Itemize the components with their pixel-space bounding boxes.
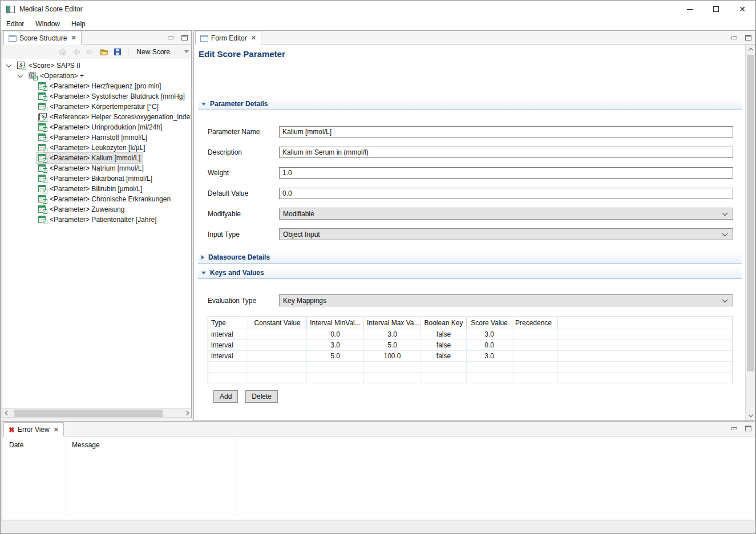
tree-item-parameter[interactable]: ✓ <Parameter> Bikarbonat [mmol/L]: [2, 173, 191, 184]
tree-item-operation[interactable]: +✓ <Operation> +: [2, 71, 191, 81]
scroll-right-icon[interactable]: [181, 408, 191, 418]
table-row-empty[interactable]: [208, 362, 733, 373]
input-type-select[interactable]: Object Input: [279, 228, 733, 240]
parameter-details-fields: Parameter Name Description Weight Defaul…: [194, 110, 745, 240]
tree-item-parameter[interactable]: ✓ <Parameter> Zuweisung: [2, 204, 191, 215]
panel-maximize-icon[interactable]: [181, 35, 188, 41]
weight-input[interactable]: [279, 167, 733, 179]
panel-maximize-icon[interactable]: [745, 35, 751, 41]
menu-editor[interactable]: Editor: [1, 18, 30, 30]
parameter-icon: ✓: [38, 195, 47, 203]
save-icon[interactable]: [112, 47, 122, 56]
tree-item-parameter[interactable]: ✓ <Parameter> Natrium [mmol/L]: [2, 163, 191, 173]
score-tree: S✓ <Score> SAPS II +✓ <Operation> + ✓ <P…: [2, 59, 191, 396]
tree-item-parameter[interactable]: ✓ <Parameter> Bilirubin [µmol/L]: [2, 184, 191, 194]
table-row[interactable]: interval 0.0 3.0 false 3.0: [208, 329, 733, 340]
collapse-triangle-icon: [201, 103, 206, 106]
error-view-tabbar: ✖ Error View ✕: [2, 422, 755, 436]
modifyable-select[interactable]: Modifiable: [279, 208, 733, 220]
section-datasource-details[interactable]: Datasource Details: [198, 252, 742, 264]
table-row[interactable]: interval 3.0 5.0 false 0.0: [208, 340, 733, 351]
panel-minimize-icon[interactable]: [168, 37, 173, 39]
panel-minimize-icon[interactable]: [731, 427, 737, 430]
parameter-icon: ✓: [38, 185, 47, 193]
error-col-message: Message: [72, 441, 100, 449]
menu-help[interactable]: Help: [66, 18, 91, 30]
table-row[interactable]: interval 5.0 100.0 false 3.0: [208, 351, 733, 362]
chevron-down-icon: [722, 297, 728, 303]
add-button[interactable]: Add: [213, 390, 238, 403]
col-score-value: Score Value: [467, 317, 512, 329]
home-icon[interactable]: [58, 47, 67, 56]
tree-item-parameter[interactable]: ✓ <Parameter> Chronische Erkrankungen: [2, 194, 191, 204]
menu-window[interactable]: Window: [30, 18, 66, 30]
section-parameter-details[interactable]: Parameter Details: [198, 98, 742, 110]
tree-item-parameter[interactable]: ✓ <Parameter> Urinproduktion [ml/24h]: [2, 122, 191, 132]
minimize-button[interactable]: [677, 1, 703, 18]
forward-icon[interactable]: [85, 47, 95, 56]
close-tab-icon[interactable]: ✕: [54, 426, 59, 434]
panel-maximize-icon[interactable]: [745, 426, 751, 431]
horizontal-scrollbar[interactable]: [2, 408, 191, 418]
col-interval-max: Interval Max Va...: [364, 317, 421, 329]
toolbar-dropdown-icon[interactable]: [184, 50, 189, 53]
scroll-left-icon[interactable]: [2, 408, 12, 418]
delete-button[interactable]: Delete: [245, 390, 278, 403]
score-structure-tabbar: Score Structure ✕: [2, 31, 191, 44]
tree-item-parameter[interactable]: ✓ <Parameter> Patientenalter [Jahre]: [2, 215, 191, 225]
open-folder-icon[interactable]: [99, 47, 108, 56]
default-value-input[interactable]: [279, 188, 733, 199]
tree-item-parameter[interactable]: ✓ <Parameter> Herzfrequenz [pro min]: [2, 81, 191, 91]
maximize-button[interactable]: [703, 1, 729, 18]
back-icon[interactable]: [71, 47, 81, 56]
parameter-icon: ✓: [38, 82, 47, 90]
default-value-label: Default Value: [208, 189, 279, 197]
scroll-up-icon[interactable]: [746, 44, 755, 54]
evaluation-type-select[interactable]: Key Mappings: [279, 294, 733, 306]
tree-item-parameter[interactable]: ✓ <Parameter> Harnstoff [mmol/L]: [2, 132, 191, 143]
view-icon: [9, 35, 17, 42]
tree-item-reference[interactable]: S✓ <Reference> Helper Scores\oxygenation…: [2, 112, 191, 122]
score-icon: S✓: [17, 62, 26, 70]
close-tab-icon[interactable]: ✕: [71, 34, 76, 42]
tree-item-parameter-selected[interactable]: ✓ <Parameter> Kalium [mmol/L]: [2, 153, 191, 163]
form-editor-tabbar: Form Editor ✕: [194, 31, 755, 44]
parameter-icon: ✓: [38, 123, 47, 131]
parameter-name-label: Parameter Name: [208, 128, 279, 136]
expanded-chevron-icon[interactable]: [18, 72, 23, 78]
description-input[interactable]: [279, 147, 733, 158]
scrollbar-thumb[interactable]: [747, 55, 754, 371]
tree-item-parameter[interactable]: ✓ <Parameter> Körpertemperatur [°C]: [2, 102, 191, 112]
close-button[interactable]: ✕: [729, 1, 755, 18]
scroll-down-icon[interactable]: [746, 411, 755, 420]
table-header-row: Type Constant Value Interval MinVal... I…: [208, 317, 733, 329]
tree-item-parameter[interactable]: ✓ <Parameter> Leukozyten [k/µL]: [2, 143, 191, 153]
maximize-icon: [713, 6, 719, 12]
menu-bar: Editor Window Help: [1, 18, 755, 30]
section-keys-and-values[interactable]: Keys and Values: [198, 267, 742, 279]
error-col-date: Date: [9, 441, 23, 449]
tab-form-editor[interactable]: Form Editor ✕: [195, 31, 261, 44]
parameter-name-input[interactable]: [279, 126, 733, 137]
parameter-icon: ✓: [38, 175, 47, 183]
reference-icon: S✓: [38, 113, 47, 121]
panel-minimize-icon[interactable]: [731, 37, 737, 39]
error-view-panel: ✖ Error View ✕ Date Message: [2, 421, 755, 520]
tab-error-view[interactable]: ✖ Error View ✕: [3, 422, 64, 436]
tab-score-structure[interactable]: Score Structure ✕: [3, 31, 82, 44]
tree-item-score[interactable]: S✓ <Score> SAPS II: [2, 60, 191, 71]
parameter-icon: ✓: [38, 216, 47, 224]
col-interval-min: Interval MinVal...: [307, 317, 364, 329]
close-tab-icon[interactable]: ✕: [251, 34, 256, 42]
title-bar: Medical Score Editor ✕: [1, 1, 755, 18]
error-icon: ✖: [9, 426, 15, 434]
evaluation-type-label: Evaluation Type: [208, 297, 279, 305]
tab-form-editor-label: Form Editor: [211, 34, 247, 42]
vertical-scrollbar[interactable]: [745, 44, 755, 420]
new-score-button[interactable]: New Score: [134, 48, 172, 56]
scrollbar-thumb[interactable]: [14, 410, 163, 417]
close-icon: ✕: [739, 5, 746, 13]
expanded-chevron-icon[interactable]: [6, 62, 12, 68]
table-row-empty[interactable]: [208, 373, 733, 383]
tree-item-parameter[interactable]: ✓ <Parameter> Systolischer Blutdruck [mm…: [2, 91, 191, 102]
